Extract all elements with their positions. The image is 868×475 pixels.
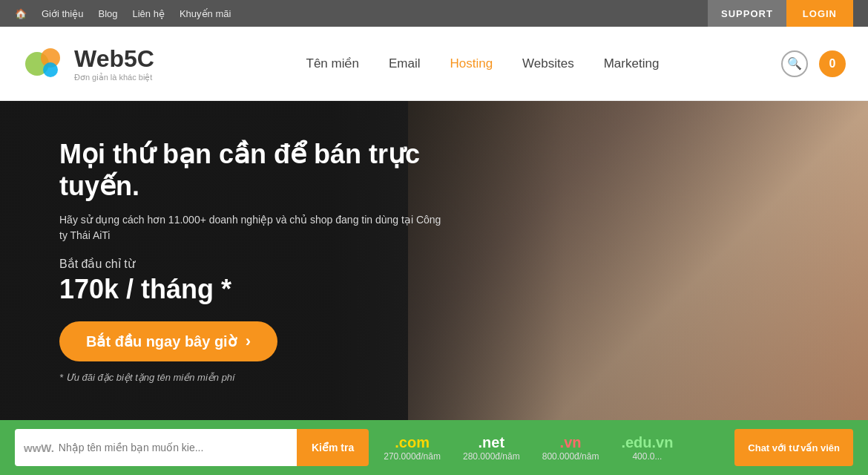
nav-links: Tên miền Email Hosting Websites Marketin… xyxy=(184,56,781,71)
logo-text: Web5C Đơn giản là khác biệt xyxy=(74,45,154,82)
hero-price: 170k / tháng * xyxy=(59,274,445,305)
nav-item-gioithieu[interactable]: Giới thiệu xyxy=(42,8,83,19)
hero-content: Mọi thứ bạn cần để bán trực tuyến. Hãy s… xyxy=(0,138,445,383)
nav-tenMien[interactable]: Tên miền xyxy=(306,56,359,71)
logo-name: Web5C xyxy=(74,45,154,73)
nav-item-blog[interactable]: Blog xyxy=(98,8,117,19)
ext-net-price: 280.000đ/năm xyxy=(463,451,520,462)
domain-search-bar: wwW. Kiểm tra .com 270.000đ/năm .net 280… xyxy=(0,420,868,475)
logo-area[interactable]: Web5C Đơn giản là khác biệt xyxy=(22,42,154,86)
domain-extensions: .com 270.000đ/năm .net 280.000đ/năm .vn … xyxy=(384,434,734,462)
top-bar-nav: 🏠 Giới thiệu Blog Liên hệ Khuyến mãi xyxy=(15,8,231,19)
hero-section: Mọi thứ bạn cần để bán trực tuyến. Hãy s… xyxy=(0,101,868,420)
domain-check-button[interactable]: Kiểm tra xyxy=(297,429,369,466)
main-nav: Web5C Đơn giản là khác biệt Tên miền Ema… xyxy=(0,27,868,101)
hero-title: Mọi thứ bạn cần để bán trực tuyến. xyxy=(59,138,445,202)
nav-item-lienhe[interactable]: Liên hệ xyxy=(133,8,165,19)
nav-right-actions: 🔍 0 xyxy=(781,50,846,77)
ext-vn-name: .vn xyxy=(542,434,599,451)
support-button[interactable]: SUPPORT xyxy=(708,0,786,27)
ext-com-name: .com xyxy=(384,434,441,451)
logo-icon xyxy=(22,42,67,86)
nav-marketing[interactable]: Marketing xyxy=(604,56,660,71)
nav-websites[interactable]: Websites xyxy=(522,56,574,71)
ext-edu-price: 400.0... xyxy=(621,451,673,462)
ext-net-name: .net xyxy=(463,434,520,451)
svg-point-2 xyxy=(43,62,58,77)
top-bar-actions: SUPPORT LOGIN xyxy=(708,0,853,27)
hero-subtitle: Hãy sử dụng cách hơn 11.000+ doanh nghiệ… xyxy=(59,212,445,243)
ext-vn: .vn 800.000đ/năm xyxy=(542,434,599,462)
top-bar: 🏠 Giới thiệu Blog Liên hệ Khuyến mãi SUP… xyxy=(0,0,868,27)
chat-button[interactable]: Chat với tư vấn viên xyxy=(734,429,853,466)
domain-search-input[interactable] xyxy=(59,442,222,453)
arrow-icon: › xyxy=(246,332,251,351)
domain-input-area: wwW. xyxy=(15,429,297,466)
ext-com: .com 270.000đ/năm xyxy=(384,434,441,462)
ext-edu: .edu.vn 400.0... xyxy=(621,434,673,462)
hero-price-label: Bắt đầu chỉ từ xyxy=(59,257,445,271)
hero-cta-label: Bắt đầu ngay bây giờ xyxy=(86,332,237,350)
nav-email[interactable]: Email xyxy=(389,56,421,71)
domain-prefix: wwW. xyxy=(24,442,54,454)
cart-button[interactable]: 0 xyxy=(819,50,846,77)
ext-edu-name: .edu.vn xyxy=(621,434,673,451)
hero-note: * Ưu đãi đặc biệt tặng tên miền miễn phí xyxy=(59,372,445,383)
logo-tagline: Đơn giản là khác biệt xyxy=(74,73,154,82)
cart-count: 0 xyxy=(829,57,836,71)
search-icon: 🔍 xyxy=(787,56,802,71)
hero-cta-button[interactable]: Bắt đầu ngay bây giờ › xyxy=(59,321,277,361)
nav-item-khuyenmai[interactable]: Khuyến mãi xyxy=(180,8,231,19)
ext-com-price: 270.000đ/năm xyxy=(384,451,441,462)
search-button[interactable]: 🔍 xyxy=(781,50,808,77)
ext-net: .net 280.000đ/năm xyxy=(463,434,520,462)
home-icon[interactable]: 🏠 xyxy=(15,8,27,19)
ext-vn-price: 800.000đ/năm xyxy=(542,451,599,462)
login-button[interactable]: LOGIN xyxy=(786,0,853,27)
nav-hosting[interactable]: Hosting xyxy=(450,56,493,71)
